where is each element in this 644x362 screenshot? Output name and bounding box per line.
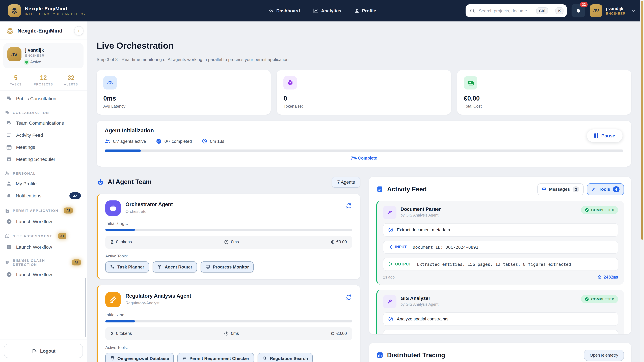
activity-column: Activity Feed Messages 3 Tools 4 — [369, 177, 631, 362]
app-window: Nexgile-EngiMind INTELLIGENCE YOU CAN DE… — [0, 0, 644, 362]
sidebar-item-my-profile[interactable]: My Profile — [0, 178, 87, 189]
calendar-icon — [6, 144, 12, 150]
pause-button[interactable]: Pause — [587, 129, 623, 142]
check-circle-icon — [585, 297, 589, 301]
input-value: Boundary polygon: POLYGON((5.1 52.0, 5.2… — [413, 334, 607, 334]
sidebar-item-launch-workflow-permit[interactable]: Launch Workflow — [0, 216, 87, 228]
output-icon — [388, 262, 393, 267]
search-box[interactable]: Ctrl + K — [466, 4, 567, 17]
stat-projects-label: PROJECTS — [30, 83, 57, 86]
window-scrollbar-thumb[interactable] — [641, 1, 643, 240]
agent-role: Orchestrator — [126, 209, 173, 214]
stat-tasks-label: TASKS — [2, 83, 30, 86]
nav-profile[interactable]: Profile — [354, 8, 376, 13]
calendar-icon — [6, 156, 12, 162]
stat-tasks-value: 5 — [2, 74, 30, 81]
brand-name: Nexgile-EngiMind — [25, 6, 86, 11]
bell-icon — [6, 193, 12, 199]
logout-button[interactable]: Logout — [4, 344, 83, 358]
kbd-ctrl: Ctrl — [536, 7, 548, 14]
sidebar-item-activity-feed[interactable]: Activity Feed — [0, 129, 87, 141]
tool-agent-router[interactable]: Agent Router — [152, 261, 197, 273]
sidebar-item-meeting-scheduler[interactable]: Meeting Scheduler — [0, 153, 87, 165]
activity-feed-title: Activity Feed — [387, 186, 427, 193]
sidebar-collapse-button[interactable] — [74, 26, 84, 35]
sidebar-item-launch-workflow-site[interactable]: Launch Workflow — [0, 241, 87, 253]
nav-analytics-label: Analytics — [321, 8, 341, 13]
status-badge: COMPLETED — [581, 206, 618, 214]
tab-tools[interactable]: Tools 4 — [587, 183, 624, 195]
init-progress-fill — [105, 149, 141, 152]
feed-tool-by: by GIS Analysis Agent — [400, 302, 438, 306]
stat-card-tokens: 0 Tokens/sec — [277, 70, 451, 115]
user-role: ENGINEER — [606, 12, 626, 15]
wrench-icon — [383, 295, 396, 308]
chevron-left-icon — [77, 29, 81, 33]
nav-dashboard[interactable]: Dashboard — [268, 8, 300, 13]
tool-progress-monitor[interactable]: Progress Monitor — [201, 261, 254, 273]
wrench-icon — [383, 206, 396, 219]
agent-role: Regulatory-Analyst — [126, 301, 191, 305]
shapes-icon — [5, 260, 10, 265]
section-collaboration: COLLABORATION — [0, 105, 87, 117]
input-icon — [388, 245, 393, 250]
layers-icon — [6, 27, 14, 35]
opentelemetry-badge[interactable]: OpenTelemetry — [584, 350, 624, 361]
agent-stats-bar: Σ0 tokens 0ms €€0.00 — [105, 327, 352, 340]
cube-icon — [284, 76, 297, 89]
tool-permit-requirement-checker[interactable]: Permit Requirement Checker — [178, 353, 254, 362]
document-icon — [376, 186, 384, 193]
map-icon — [5, 233, 10, 239]
sidebar-item-meetings[interactable]: Meetings — [0, 141, 87, 153]
agent-latency: 0ms — [231, 331, 239, 336]
agent-tokens: 0 tokens — [116, 240, 132, 245]
chat-icon — [5, 110, 10, 115]
top-nav: Dashboard Analytics Profile — [268, 8, 376, 13]
bar-chart-icon — [376, 352, 384, 359]
chevron-down-icon — [631, 8, 636, 13]
status-dot — [25, 60, 28, 63]
section-site-assessment: SITE ASSESSMENT AI — [0, 228, 87, 241]
input-row: INPUT Boundary polygon: POLYGON((5.1 52.… — [383, 330, 618, 334]
ai-badge: AI — [58, 233, 66, 239]
sidebar-user-role: ENGINEER — [25, 54, 44, 57]
sidebar-item-launch-workflow-bim[interactable]: Launch Workflow — [0, 269, 87, 281]
notifications-button[interactable]: 32 — [572, 4, 585, 17]
agent-progress-track — [105, 229, 352, 231]
tool-regulation-search[interactable]: Regulation Search — [258, 353, 313, 362]
feed-tool-name: Document Parser — [400, 206, 441, 212]
agent-progress-fill — [105, 229, 135, 231]
output-value: Extracted entities: 156 pages, 12 tables… — [417, 262, 571, 267]
kbd-k: K — [556, 7, 564, 14]
stat-card-latency: 0ms Avg Latency — [96, 70, 271, 115]
tab-messages[interactable]: Messages 3 — [537, 183, 584, 195]
agent-name: Orchestrator Agent — [126, 201, 173, 207]
search-input[interactable] — [478, 8, 534, 13]
feed-item-gis-analyzer: GIS Analyzer by GIS Analysis Agent COMPL… — [376, 290, 624, 334]
brand-logo — [8, 4, 21, 17]
nav-analytics[interactable]: Analytics — [312, 8, 341, 13]
tool-task-planner[interactable]: Task Planner — [105, 261, 149, 273]
gauge-icon — [268, 8, 274, 13]
tool-omgevingswet-database[interactable]: Omgevingswet Database — [105, 353, 174, 362]
sidebar-item-team-communications[interactable]: Team Communications — [0, 117, 87, 129]
sidebar-nav: Public Consultation COLLABORATION Team C… — [0, 90, 87, 281]
top-navbar: Nexgile-EngiMind INTELLIGENCE YOU CAN DE… — [0, 0, 644, 21]
user-menu[interactable]: JV j vandijk ENGINEER — [590, 4, 636, 17]
kbd-plus: + — [551, 9, 553, 13]
feed-item-document-parser: Document Parser by GIS Analysis Agent CO… — [376, 201, 624, 285]
init-progress-track — [105, 149, 623, 152]
main-content: Live Orchestration Step 3 of 8 - Real-ti… — [87, 21, 644, 362]
refresh-icon[interactable] — [346, 202, 352, 209]
banknote-icon — [464, 76, 477, 89]
sidebar-item-notifications[interactable]: Notifications 32 — [0, 189, 87, 202]
sidebar-item-public-consultation[interactable]: Public Consultation — [0, 92, 87, 105]
check-circle-icon — [585, 208, 589, 212]
stat-label: Tokens/sec — [284, 104, 444, 109]
sidebar-user-name: j vandijk — [25, 47, 44, 53]
robot-icon — [105, 200, 121, 216]
duration: 2432ms — [604, 275, 618, 280]
refresh-icon[interactable] — [346, 294, 352, 301]
clock-icon — [202, 139, 207, 144]
sidebar-scrollbar[interactable] — [85, 278, 86, 337]
